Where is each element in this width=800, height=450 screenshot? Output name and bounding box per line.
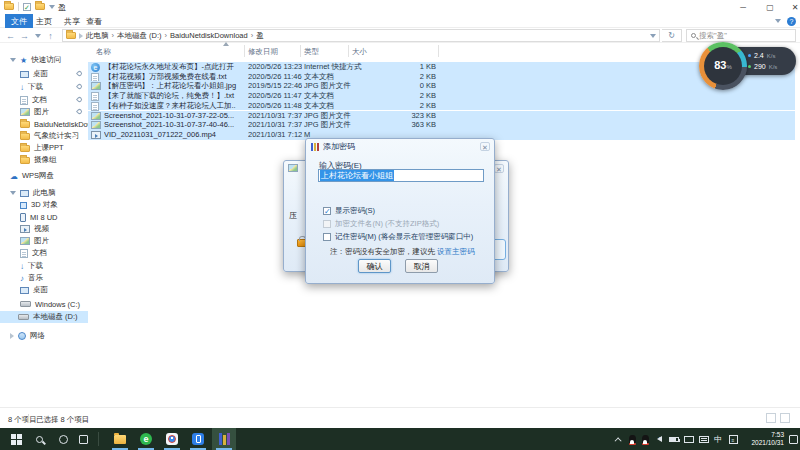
- close-button[interactable]: ✕: [780, 0, 800, 14]
- table-row[interactable]: Screenshot_2021-10-31-07-37-40-46... 202…: [88, 120, 795, 130]
- expand-icon[interactable]: [10, 191, 16, 195]
- ok-button[interactable]: 确认: [358, 259, 391, 273]
- status-bar: 8 个项目 已选择 8 个项目: [0, 407, 800, 428]
- table-row[interactable]: 【村花视频】万部视频免费在线看.txt 2020/5/26 11:46 文本文档…: [88, 72, 795, 82]
- details-view-icon[interactable]: [766, 413, 776, 423]
- taskbar-phone-app-icon[interactable]: [186, 428, 210, 450]
- sidebar-item-documents[interactable]: 文档: [18, 247, 47, 259]
- refresh-button[interactable]: ↻: [662, 29, 682, 42]
- recent-locations-icon[interactable]: [31, 29, 44, 42]
- sidebar-item-weather-folder[interactable]: 气象统计实习: [18, 130, 79, 142]
- remember-password-checkbox[interactable]: 记住密码(M) (将会显示在管理密码窗口中): [323, 232, 473, 242]
- taskbar-browser-icon[interactable]: e: [134, 428, 158, 450]
- ribbon-expand-icon[interactable]: [775, 19, 781, 23]
- qq-icon[interactable]: [626, 428, 638, 450]
- breadcrumb-separator: ›: [165, 31, 168, 40]
- up-button[interactable]: ↑: [44, 29, 57, 42]
- column-header-size[interactable]: 大小: [352, 47, 367, 57]
- sidebar-item-network[interactable]: 网络: [8, 330, 45, 342]
- address-dropdown-icon[interactable]: [650, 34, 656, 38]
- sidebar-item-drive-d[interactable]: 本地磁盘 (D:): [0, 311, 88, 323]
- help-icon[interactable]: ?: [787, 17, 796, 26]
- breadcrumb-this-pc[interactable]: 此电脑: [86, 31, 109, 41]
- thumbnail-view-icon[interactable]: [780, 413, 790, 423]
- tab-file[interactable]: 文件: [5, 14, 33, 28]
- action-center-icon[interactable]: [786, 428, 800, 450]
- breadcrumb-baidunetdisk[interactable]: BaiduNetdiskDownload: [170, 31, 248, 40]
- taskbar-explorer-icon[interactable]: [108, 428, 132, 450]
- minimize-button[interactable]: ─: [728, 0, 758, 14]
- show-password-checkbox[interactable]: ✓ 显示密码(S): [323, 206, 375, 216]
- sidebar-item-this-pc[interactable]: 此电脑: [8, 187, 56, 199]
- close-icon[interactable]: ✕: [480, 142, 490, 151]
- table-row[interactable]: 【来了就能下载的论坛，纯免费！】.txt 2020/5/26 11:47 文本文…: [88, 91, 795, 101]
- close-icon[interactable]: ✕: [494, 164, 504, 173]
- expand-icon[interactable]: [10, 58, 16, 62]
- sidebar-item-wps-cloud[interactable]: ☁WPS网盘: [8, 170, 54, 182]
- sidebar-item-camera-folder[interactable]: 摄像组: [18, 154, 57, 166]
- taskbar-baidu-netdisk-icon[interactable]: [160, 428, 184, 450]
- battery-icon[interactable]: [667, 428, 681, 450]
- start-button[interactable]: [6, 428, 26, 450]
- column-header-type[interactable]: 类型: [304, 47, 319, 57]
- sidebar-item-downloads-pin[interactable]: ↓下载: [18, 81, 88, 93]
- upload-speed: 2.4: [754, 52, 764, 59]
- memory-percent: 83: [714, 59, 726, 71]
- sidebar-item-downloads[interactable]: ↓下载: [18, 260, 43, 272]
- sidebar-item-drive-c[interactable]: Windows (C:): [18, 298, 80, 310]
- address-bar[interactable]: 此电脑 › 本地磁盘 (D:) › BaiduNetdiskDownload ›…: [62, 29, 660, 42]
- taskbar-clock[interactable]: 7:53 2021/10/31: [742, 428, 784, 450]
- sidebar-item-desktop[interactable]: 桌面: [18, 284, 48, 296]
- sidebar-item-quick-access[interactable]: ★快速访问: [8, 54, 61, 66]
- breadcrumb-current[interactable]: 盈: [256, 31, 264, 41]
- set-master-password-link[interactable]: 设置主密码: [437, 247, 475, 256]
- cancel-button[interactable]: 取消: [405, 259, 438, 273]
- sidebar-item-baidunetdisk[interactable]: BaiduNetdiskDow: [18, 118, 93, 130]
- display-icon[interactable]: [682, 428, 696, 450]
- sidebar-item-documents-pin[interactable]: 文档: [18, 94, 88, 106]
- sidebar-item-pictures-pin[interactable]: 图片: [18, 106, 88, 118]
- qat-dropdown-icon[interactable]: [49, 5, 55, 9]
- tray-expand-icon[interactable]: [612, 428, 626, 450]
- password-input[interactable]: 上村花论坛看小姐姐: [318, 169, 484, 182]
- sidebar-item-pictures[interactable]: 图片: [18, 235, 49, 247]
- tab-home[interactable]: 主页: [30, 14, 58, 28]
- title-bar: ✓ 盈 ─ ▢ ✕: [0, 0, 800, 14]
- sidebar-item-mi8[interactable]: MI 8 UD: [18, 211, 58, 223]
- checkbox-checked-icon[interactable]: ✓: [323, 207, 331, 215]
- list-header: 名称 修改日期 类型 大小: [88, 44, 795, 58]
- breadcrumb-drive-d[interactable]: 本地磁盘 (D:): [117, 31, 162, 41]
- table-row[interactable]: 【解压密码】：上村花论坛看小姐姐.jpg 2019/5/15 22:46 JPG…: [88, 81, 795, 91]
- touch-keyboard-icon[interactable]: [697, 428, 711, 450]
- volume-muted-icon[interactable]: [652, 428, 666, 450]
- cortana-icon[interactable]: [54, 428, 72, 450]
- column-header-name[interactable]: 名称: [96, 47, 111, 57]
- qq-icon[interactable]: [639, 428, 651, 450]
- tab-view[interactable]: 查看: [80, 14, 108, 28]
- separator: [28, 414, 29, 423]
- table-row[interactable]: Screenshot_2021-10-31-07-37-22-05... 202…: [88, 111, 795, 121]
- table-row[interactable]: 【有种子如没速度？来村花论坛人工加.. 2020/5/26 11:48 文本文档…: [88, 101, 795, 111]
- properties-icon[interactable]: ✓: [23, 3, 31, 11]
- ime-indicator[interactable]: 中: [712, 428, 724, 450]
- collapse-icon[interactable]: [10, 333, 14, 339]
- search-box[interactable]: 搜索"盈": [686, 29, 796, 42]
- sidebar-item-desktop-pin[interactable]: 桌面: [18, 68, 88, 80]
- taskbar-winrar-icon[interactable]: [212, 428, 236, 450]
- forward-button[interactable]: →: [18, 29, 31, 42]
- task-view-icon[interactable]: [74, 428, 92, 450]
- sidebar-item-ppt-folder[interactable]: 上课PPT: [18, 142, 64, 154]
- sidebar-item-3d-objects[interactable]: 3D 对象: [18, 199, 58, 211]
- search-placeholder: 搜索"盈": [699, 31, 727, 41]
- new-folder-icon[interactable]: [35, 3, 45, 10]
- checkbox-unchecked-icon[interactable]: [323, 233, 331, 241]
- table-row[interactable]: e 【村花论坛永久地址发布页】-点此打开 2020/5/26 13:23 Int…: [88, 62, 795, 72]
- music-icon: ♪: [20, 274, 24, 283]
- taskbar-search-icon[interactable]: [30, 428, 48, 450]
- input-method-icon[interactable]: ≡: [726, 428, 740, 450]
- memory-gauge[interactable]: 83%: [699, 42, 747, 90]
- column-header-date[interactable]: 修改日期: [248, 47, 278, 57]
- back-button[interactable]: ←: [4, 29, 17, 42]
- sidebar-item-music[interactable]: ♪音乐: [18, 272, 43, 284]
- sidebar-item-videos[interactable]: 视频: [18, 223, 49, 235]
